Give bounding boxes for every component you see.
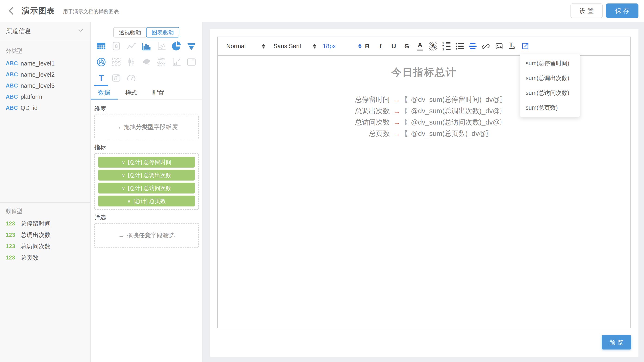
canvas-card: Normal Sans Serif 18px B I U S — [210, 29, 638, 357]
red-arrow: → — [394, 130, 400, 138]
dimension-field-list: ABC name_level1 ABC name_level2 ABC name… — [6, 58, 90, 113]
tab-data[interactable]: 数据 — [90, 86, 118, 99]
clear-format-icon[interactable]: T x — [508, 42, 517, 51]
dimension-section-label: 分类型 — [6, 47, 90, 55]
variable-menu-item[interactable]: sum(总停留时间) — [520, 56, 580, 71]
highlight-color-icon[interactable]: A — [429, 42, 438, 51]
dimension-field-item[interactable]: ABC QD_id — [6, 102, 90, 113]
metric-row: 总页数 → 〖@dv_sum(总页数)_dv@〗 — [341, 128, 507, 139]
measure-field-item[interactable]: 123 总页数 — [6, 252, 50, 263]
line-chart-icon[interactable] — [126, 41, 136, 51]
dimension-placeholder: 拖拽 — [124, 123, 136, 131]
paragraph-style-select[interactable]: Normal — [226, 43, 265, 50]
scatter-plot-icon[interactable] — [156, 41, 167, 51]
metric-pill-list: ∨ [总计] 总停留时间 ∨ [总计] 总调出次数 ∨ [总计] 总访问次数 — [98, 157, 195, 207]
iframe-card-icon[interactable] — [186, 57, 197, 67]
svg-text:8: 8 — [115, 43, 118, 49]
variable-menu-item[interactable]: sum(总调出次数) — [520, 71, 580, 85]
bold-icon[interactable]: B — [363, 42, 372, 51]
metric-rows: 总停留时间 → 〖@dv_sum(总停留时间)_dv@〗 总调出次数 → 〖@d… — [341, 94, 507, 139]
updown-arrows-icon — [313, 44, 316, 49]
metric-pill[interactable]: ∨ [总计] 总调出次数 — [98, 170, 195, 180]
dimension-field-item[interactable]: ABC platform — [6, 91, 90, 102]
measure-field-item[interactable]: 123 总停留时间 — [6, 218, 50, 229]
field-name: QD_id — [20, 104, 38, 112]
measure-field-item[interactable]: 123 总访问次数 — [6, 241, 50, 252]
drag-arrow-icon: → — [115, 123, 121, 130]
dimension-field-item[interactable]: ABC name_level2 — [6, 69, 90, 80]
mode-toggle: 透视驱动 图表驱动 — [113, 27, 180, 38]
svg-text:T: T — [99, 73, 104, 83]
font-family-select[interactable]: Sans Serif — [274, 43, 316, 50]
insert-variable-icon[interactable] — [521, 42, 530, 51]
number-type-icon: 123 — [6, 243, 20, 250]
string-type-icon: ABC — [6, 72, 20, 78]
gauge-chart-icon[interactable] — [126, 73, 136, 83]
chevron-down-icon: ∨ — [122, 159, 125, 165]
canvas-area: Normal Sans Serif 18px B I U S — [202, 22, 644, 362]
metric-pill[interactable]: ∨ [总计] 总页数 — [98, 196, 195, 207]
text-chart-icon[interactable]: T — [96, 73, 106, 83]
metric-row: 总调出次数 → 〖@dv_sum(总调出次数)_dv@〗 — [341, 105, 507, 117]
dimension-drop-zone[interactable]: → 拖拽分类型字段维度 — [94, 115, 199, 139]
mode-pivot-driven[interactable]: 透视驱动 — [113, 27, 146, 38]
number-card-icon[interactable]: 8 — [111, 41, 122, 51]
dimension-field-item[interactable]: ABC name_level1 — [6, 58, 90, 69]
china-map-icon[interactable] — [141, 57, 152, 67]
variable-menu-item[interactable]: sum(总访问次数) — [520, 85, 580, 100]
link-icon[interactable] — [482, 42, 490, 51]
font-size-select[interactable]: 18px — [323, 43, 362, 50]
strikethrough-icon[interactable]: S — [402, 42, 411, 51]
metric-row-variable: 〖@dv_sum(总停留时间)_dv@〗 — [404, 95, 507, 104]
save-button[interactable]: 保 存 — [606, 4, 638, 18]
candlestick-icon[interactable] — [126, 57, 136, 67]
funnel-chart-icon[interactable] — [186, 41, 197, 51]
updown-arrows-icon — [262, 44, 265, 49]
metric-row-label: 总调出次数 — [341, 106, 390, 116]
filter-drop-zone[interactable]: → 拖拽任意字段筛选 — [94, 223, 199, 248]
table-chart-icon[interactable] — [96, 41, 106, 51]
combo-chart-icon[interactable] — [171, 57, 182, 67]
chevron-down-icon: ∨ — [127, 198, 131, 204]
radar-chart-icon[interactable] — [96, 57, 106, 67]
metric-row-label: 总页数 — [341, 129, 390, 138]
dataset-selector[interactable]: 渠道信息 — [0, 22, 90, 40]
underline-icon[interactable]: U — [389, 42, 398, 51]
dimension-label: 维度 — [94, 105, 199, 112]
metrics-drop-zone[interactable]: ∨ [总计] 总停留时间 ∨ [总计] 总调出次数 ∨ [总计] 总访问次数 — [94, 153, 199, 210]
text-color-icon[interactable]: A — [416, 42, 424, 51]
metric-row-variable: 〖@dv_sum(总访问次数)_dv@〗 — [404, 118, 507, 127]
italic-icon[interactable]: I — [376, 42, 385, 51]
bullet-list-icon[interactable] — [455, 42, 464, 51]
config-tabs: 数据 样式 配置 — [90, 86, 202, 100]
measure-field-section: 数值型 123 总停留时间 123 总调出次数 123 总访问次数 — [6, 207, 50, 263]
back-icon[interactable] — [6, 6, 17, 16]
top-header: 演示图表 用于演示文档的样例图表 设 置 保 存 — [0, 0, 644, 22]
preview-button[interactable]: 预 览 — [602, 335, 631, 349]
metric-pill[interactable]: ∨ [总计] 总停留时间 — [98, 157, 195, 167]
string-type-icon: ABC — [6, 94, 20, 100]
tab-config[interactable]: 配置 — [145, 86, 172, 99]
settings-button[interactable]: 设 置 — [570, 4, 602, 18]
trend-card-icon[interactable] — [111, 73, 122, 83]
word-cloud-icon[interactable]: word cloud agile BI — [157, 57, 166, 67]
field-name: 总停留时间 — [20, 220, 50, 228]
string-type-icon: ABC — [6, 105, 20, 111]
metric-pill[interactable]: ∨ [总计] 总访问次数 — [98, 183, 195, 194]
tab-style[interactable]: 样式 — [118, 86, 145, 99]
dataset-name: 渠道信息 — [6, 27, 31, 35]
dimension-field-item[interactable]: ABC name_level3 — [6, 80, 90, 91]
pie-chart-icon[interactable] — [171, 41, 182, 51]
editor-toolbar: Normal Sans Serif 18px B I U S — [218, 37, 630, 56]
mode-chart-driven[interactable]: 图表驱动 — [146, 27, 180, 38]
string-type-icon: ABC — [6, 60, 20, 67]
bar-chart-icon[interactable] — [141, 41, 152, 51]
chevron-down-icon — [78, 27, 84, 35]
variable-menu-item[interactable]: sum(总页数) — [520, 100, 580, 115]
panel-group-icon[interactable] — [111, 57, 122, 67]
field-name: 总调出次数 — [20, 231, 50, 239]
align-center-icon[interactable] — [468, 42, 477, 51]
image-icon[interactable] — [495, 42, 504, 51]
ordered-list-icon[interactable]: 1 2 3 — [442, 42, 451, 51]
measure-field-item[interactable]: 123 总调出次数 — [6, 229, 50, 241]
